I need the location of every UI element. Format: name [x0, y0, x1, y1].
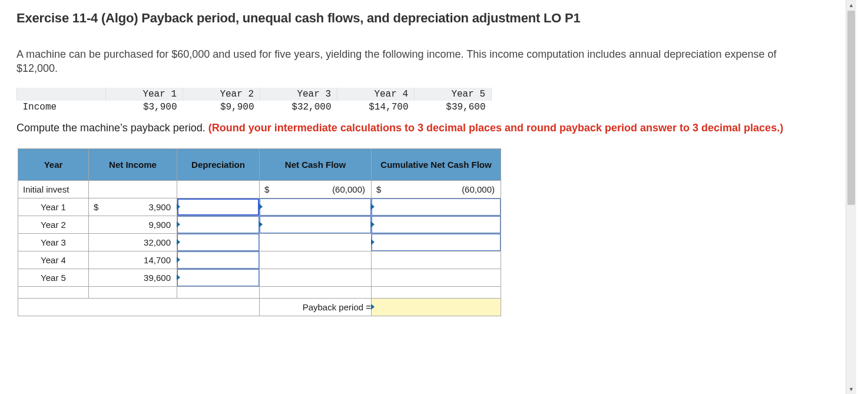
scroll-up-button[interactable]: ▲ — [846, 0, 856, 10]
currency-sign: $ — [376, 184, 381, 194]
table-row-year-5: Year 5 39,600 — [18, 269, 501, 286]
currency-sign: $ — [264, 184, 269, 194]
instruction-emphasis: (Round your intermediate calculations to… — [208, 122, 783, 134]
depreciation-input[interactable] — [177, 198, 260, 216]
cumulative-input[interactable] — [372, 233, 501, 251]
instruction-plain: Compute the machine’s payback period. — [16, 122, 208, 134]
net-income-cell[interactable]: $ 3,900 — [89, 198, 177, 216]
col-header-net-income: Net Income — [89, 148, 177, 180]
table-row-year-2: Year 2 9,900 — [18, 216, 501, 233]
vertical-scrollbar[interactable]: ▲ ▼ — [846, 0, 856, 394]
worksheet-table: Year Net Income Depreciation Net Cash Fl… — [18, 148, 501, 316]
income-year-header: Year 5 — [415, 88, 492, 101]
income-value: $9,900 — [183, 101, 260, 114]
currency-sign: $ — [94, 202, 98, 212]
income-year-header: Year 3 — [260, 88, 337, 101]
net-cash-flow-input[interactable] — [260, 198, 372, 216]
income-value: $14,700 — [337, 101, 415, 114]
cumulative-input[interactable] — [372, 251, 501, 269]
col-header-year: Year — [18, 148, 89, 180]
row-label: Year 1 — [18, 198, 89, 216]
income-table: Year 1 Year 2 Year 3 Year 4 Year 5 Incom… — [16, 88, 492, 114]
payback-period-label: Payback period = — [260, 298, 372, 316]
net-cash-flow-input[interactable] — [260, 251, 372, 269]
ncf-value: (60,000) — [269, 184, 365, 194]
table-row-year-4: Year 4 14,700 — [18, 251, 501, 269]
instruction-line: Compute the machine’s payback period. (R… — [16, 122, 843, 134]
col-header-depreciation: Depreciation — [177, 148, 260, 180]
row-label: Year 4 — [18, 251, 89, 269]
row-label: Year 5 — [18, 269, 89, 286]
table-row-year-1: Year 1 $ 3,900 — [18, 198, 501, 216]
cell-handle-icon — [371, 204, 375, 210]
net-income-cell[interactable]: 14,700 — [89, 251, 177, 269]
payback-period-input[interactable] — [372, 298, 501, 316]
net-cash-flow-input[interactable] — [260, 216, 372, 233]
scroll-down-button[interactable]: ▼ — [846, 384, 856, 394]
net-income-value: 14,700 — [94, 255, 171, 265]
net-income-value: 3,900 — [98, 202, 171, 212]
cumulative-cell: $ (60,000) — [372, 180, 501, 198]
scrollbar-thumb[interactable] — [847, 11, 855, 205]
income-year-header: Year 2 — [183, 88, 260, 101]
cell-handle-icon — [371, 239, 375, 245]
table-row-year-3: Year 3 32,000 — [18, 233, 501, 251]
depreciation-cell[interactable] — [177, 180, 260, 198]
net-income-value: 32,000 — [94, 237, 171, 247]
problem-paragraph: A machine can be purchased for $60,000 a… — [16, 47, 794, 76]
cell-handle-icon — [259, 204, 263, 210]
cell-handle-icon — [371, 304, 375, 310]
net-income-cell[interactable]: 32,000 — [89, 233, 177, 251]
table-row-initial-invest: Initial invest $ (60,000) $ (60,000) — [18, 180, 501, 198]
depreciation-input[interactable] — [177, 269, 260, 286]
income-value: $39,600 — [415, 101, 492, 114]
income-row-label: Income — [17, 101, 106, 114]
income-year-header: Year 1 — [106, 88, 183, 101]
cell-handle-icon — [177, 274, 180, 280]
cell-handle-icon — [177, 204, 180, 210]
net-income-cell[interactable]: 39,600 — [89, 269, 177, 286]
net-income-value: 39,600 — [94, 273, 171, 283]
depreciation-input[interactable] — [177, 233, 260, 251]
row-label: Year 2 — [18, 216, 89, 233]
cell-handle-icon — [177, 257, 180, 263]
cumulative-input[interactable] — [372, 216, 501, 233]
net-cash-flow-input[interactable] — [260, 269, 372, 286]
net-income-value: 9,900 — [94, 220, 171, 230]
page: Exercise 11-4 (Algo) Payback period, une… — [0, 0, 856, 394]
cell-handle-icon — [259, 221, 263, 227]
net-income-cell[interactable] — [89, 180, 177, 198]
blank-cell — [18, 298, 260, 316]
cell-handle-icon — [177, 239, 180, 245]
exercise-title: Exercise 11-4 (Algo) Payback period, une… — [16, 11, 843, 26]
payback-period-row: Payback period = — [18, 298, 501, 316]
net-income-cell[interactable]: 9,900 — [89, 216, 177, 233]
income-table-corner — [17, 88, 106, 101]
depreciation-input[interactable] — [177, 251, 260, 269]
net-cash-flow-cell: $ (60,000) — [260, 180, 372, 198]
depreciation-input[interactable] — [177, 216, 260, 233]
income-year-header: Year 4 — [337, 88, 415, 101]
cum-value: (60,000) — [381, 184, 495, 194]
cumulative-input[interactable] — [372, 269, 501, 286]
col-header-net-cash-flow: Net Cash Flow — [260, 148, 372, 180]
row-label: Initial invest — [18, 180, 89, 198]
income-value: $32,000 — [260, 101, 337, 114]
cumulative-input[interactable] — [372, 198, 501, 216]
cell-handle-icon — [177, 221, 180, 227]
cell-handle-icon — [371, 221, 375, 227]
spacer-row — [18, 286, 501, 298]
income-value: $3,900 — [106, 101, 183, 114]
net-cash-flow-input[interactable] — [260, 233, 372, 251]
row-label: Year 3 — [18, 233, 89, 251]
col-header-cumulative: Cumulative Net Cash Flow — [372, 148, 501, 180]
